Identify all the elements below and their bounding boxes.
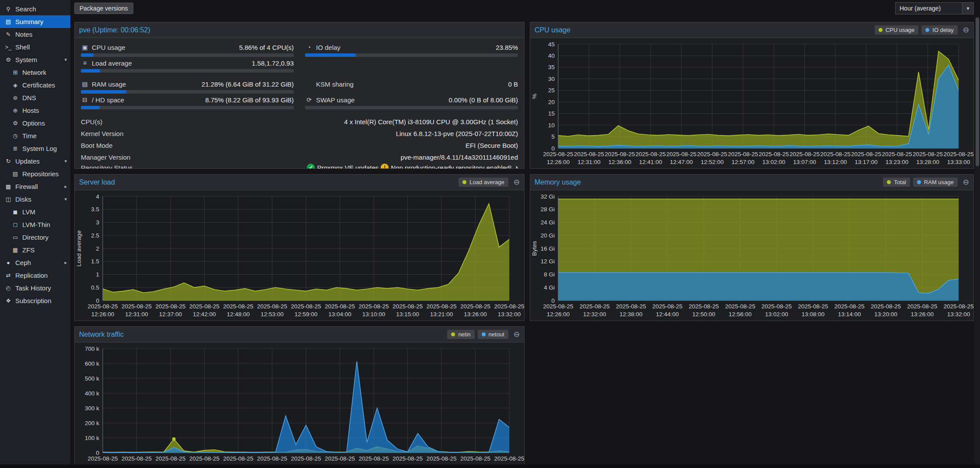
memory-usage-title: Memory usage (535, 178, 581, 186)
sidebar-item-hosts[interactable]: ⊕Hosts (0, 104, 70, 117)
legend-item[interactable]: netin (447, 330, 474, 339)
chevron-right-icon[interactable]: › (515, 163, 518, 168)
sidebar-item-label: Subscription (15, 297, 52, 304)
legend-item[interactable]: IO delay (921, 25, 957, 35)
chevron-down-icon: ▾ (962, 3, 973, 14)
sidebar-item-repositories[interactable]: ▤Repositories (0, 168, 70, 180)
svg-text:13:02:00: 13:02:00 (762, 159, 785, 165)
cpu-usage-value: 5.86% of 4 CPU(s) (239, 44, 294, 51)
svg-text:2025-08-25: 2025-08-25 (460, 455, 490, 462)
network-traffic-chart: 0100 k200 k300 k400 k500 k600 k700 k2025… (75, 342, 524, 465)
sidebar-item-subscription[interactable]: ❖Subscription (0, 294, 70, 307)
sidebar-item-directory[interactable]: ▭Directory (0, 231, 70, 244)
certificate-icon: ◈ (11, 82, 19, 88)
chevron-down-icon[interactable]: ▾ (64, 158, 67, 164)
svg-text:2025-08-25: 2025-08-25 (291, 303, 321, 310)
sidebar-item-zfs[interactable]: ▦ZFS (0, 244, 70, 256)
sidebar-item-search[interactable]: ⚲Search (0, 3, 70, 15)
svg-text:5: 5 (551, 133, 555, 140)
collapse-icon[interactable]: ⊖ (963, 25, 969, 35)
time-range-select[interactable]: Hour (average) ▾ (895, 2, 974, 14)
svg-text:2025-08-25: 2025-08-25 (605, 151, 635, 157)
status-panel-title: pve (Uptime: 00:06:52) (79, 26, 150, 34)
sidebar-item-time[interactable]: ◷Time (0, 129, 70, 142)
sidebar-item-label: Notes (15, 31, 32, 38)
status-panel-header: pve (Uptime: 00:06:52) (75, 22, 524, 38)
sidebar-item-options[interactable]: ⚙Options (0, 117, 70, 129)
legend-item[interactable]: netout (478, 330, 508, 339)
scrollbar-thumb[interactable] (976, 17, 979, 166)
sidebar-item-label: Updates (15, 157, 40, 165)
svg-text:Bytes: Bytes (531, 241, 538, 256)
svg-text:2025-08-25: 2025-08-25 (871, 303, 901, 310)
sidebar-item-lvm[interactable]: ◼LVM (0, 206, 70, 218)
scrollbar-vertical[interactable] (975, 17, 980, 465)
legend-item[interactable]: Load average (459, 178, 508, 187)
chevron-right-icon[interactable]: ▸ (64, 184, 67, 189)
time-range-value: Hour (average) (900, 5, 941, 12)
clock-icon: ◷ (11, 133, 19, 139)
svg-text:2025-08-25: 2025-08-25 (122, 455, 152, 462)
sidebar-item-notes[interactable]: ✎Notes (0, 28, 70, 41)
hd-space-field: ⊟ / HD space 8.75% (8.22 GiB of 93.93 Gi… (81, 95, 294, 109)
chevron-right-icon[interactable]: ▸ (64, 260, 67, 265)
svg-text:2025-08-25: 2025-08-25 (759, 151, 789, 157)
sidebar-item-certificates[interactable]: ◈Certificates (0, 79, 70, 91)
svg-text:25: 25 (548, 87, 555, 94)
sidebar-item-summary[interactable]: ▤Summary (0, 15, 70, 28)
sidebar-item-system[interactable]: ⚙System▾ (0, 53, 70, 66)
cpu-usage-bar (81, 53, 294, 57)
svg-text:13:02:00: 13:02:00 (765, 311, 788, 318)
svg-text:12:50:00: 12:50:00 (692, 311, 716, 318)
svg-text:12:41:00: 12:41:00 (639, 159, 662, 165)
svg-text:2025-08-25: 2025-08-25 (87, 455, 118, 462)
collapse-icon[interactable]: ⊖ (963, 178, 969, 187)
sidebar-item-firewall[interactable]: ▩Firewall▸ (0, 180, 70, 193)
io-delay-bar (305, 53, 518, 57)
sidebar-item-system-log[interactable]: ≣System Log (0, 142, 70, 155)
legend-item[interactable]: CPU usage (875, 25, 918, 35)
hosts-icon: ⊕ (11, 107, 19, 114)
sidebar-item-ceph[interactable]: ●Ceph▸ (0, 256, 70, 269)
svg-text:20: 20 (548, 99, 555, 105)
svg-text:12:32:00: 12:32:00 (583, 311, 606, 318)
chevron-down-icon[interactable]: ▾ (64, 57, 67, 63)
legend-item[interactable]: Total (883, 178, 910, 187)
sidebar-item-label: LVM-Thin (22, 221, 50, 228)
sidebar-item-updates[interactable]: ↻Updates▾ (0, 155, 70, 168)
network-traffic-title: Network traffic (79, 331, 124, 339)
svg-text:2025-08-25: 2025-08-25 (943, 151, 973, 157)
svg-text:2025-08-25: 2025-08-25 (728, 151, 758, 157)
sidebar-item-network[interactable]: ⊞Network (0, 66, 70, 79)
svg-text:12:36:00: 12:36:00 (608, 159, 632, 165)
svg-text:0.5: 0.5 (91, 284, 99, 291)
warning-icon: ! (381, 164, 389, 168)
collapse-icon[interactable]: ⊖ (514, 178, 520, 187)
sidebar-item-dns[interactable]: ⊚DNS (0, 91, 70, 104)
sidebar-item-replication[interactable]: ⇄Replication (0, 269, 70, 282)
info-row: Boot ModeEFI (Secure Boot) (81, 140, 518, 151)
svg-text:2025-08-25: 2025-08-25 (393, 455, 423, 462)
network-traffic-panel: Network traffic netinnetout ⊖ 0100 k200 … (74, 326, 525, 465)
svg-text:13:14:00: 13:14:00 (838, 311, 861, 318)
svg-text:2025-08-25: 2025-08-25 (358, 455, 389, 462)
sidebar-item-task-history[interactable]: ◴Task History (0, 282, 70, 294)
ram-icon: ▤ (81, 80, 89, 87)
chevron-down-icon[interactable]: ▾ (64, 196, 67, 202)
collapse-icon[interactable]: ⊖ (514, 330, 520, 339)
package-versions-button[interactable]: Package versions (74, 3, 133, 14)
legend-item[interactable]: RAM usage (913, 178, 958, 187)
svg-text:13:23:00: 13:23:00 (886, 159, 909, 165)
svg-text:600 k: 600 k (85, 360, 99, 367)
svg-text:13:12:00: 13:12:00 (824, 159, 847, 165)
sidebar-item-lvm-thin[interactable]: ◻LVM-Thin (0, 218, 70, 231)
cpu-usage-label: CPU usage (92, 44, 125, 51)
legend-label: CPU usage (886, 27, 914, 33)
sidebar-item-shell[interactable]: >_Shell (0, 41, 70, 53)
gear-icon: ⚙ (11, 120, 19, 126)
svg-text:2025-08-25: 2025-08-25 (325, 455, 355, 462)
sidebar-item-disks[interactable]: ◫Disks▾ (0, 193, 70, 206)
svg-text:12:44:00: 12:44:00 (656, 311, 679, 318)
svg-text:12:48:00: 12:48:00 (227, 311, 250, 318)
svg-text:10: 10 (548, 122, 555, 129)
